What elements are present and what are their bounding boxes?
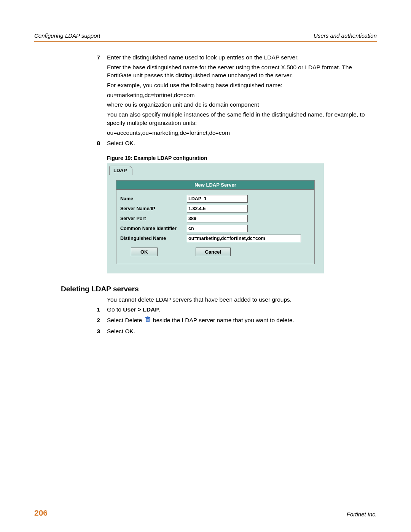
step7-p2: Enter the base distinguished name for th… (107, 63, 377, 80)
step7-p3: For example, you could use the following… (107, 81, 377, 89)
input-dn[interactable] (187, 235, 301, 242)
del2-pre: Select Delete (107, 317, 144, 323)
page-number: 206 (34, 508, 48, 518)
ldap-form-box: New LDAP Server Name Server Name/IP Serv… (116, 180, 315, 264)
del1-bold: User > LDAP (123, 306, 159, 313)
step-body: Select OK. (107, 327, 377, 337)
del2-post: beside the LDAP server name that you wan… (153, 317, 294, 323)
input-name[interactable] (187, 195, 248, 203)
input-port[interactable] (187, 215, 248, 222)
svg-rect-3 (148, 319, 148, 321)
header-left: Configuring LDAP support (34, 32, 100, 39)
step-body: Enter the distinguished name used to loo… (107, 53, 377, 138)
step7-p6: You can also specify multiple instances … (107, 110, 377, 127)
deleting-intro: You cannot delete LDAP servers that have… (107, 296, 377, 303)
delete-step-2: 2 Select Delete beside t (93, 316, 377, 327)
page-footer: 206 Fortinet Inc. (34, 506, 377, 518)
ldap-tab[interactable]: LDAP (109, 166, 132, 175)
ldap-form-title: New LDAP Server (116, 181, 314, 190)
ok-button[interactable]: OK (131, 248, 158, 256)
step-8: 8 Select OK. (93, 139, 377, 149)
step-number: 2 (93, 316, 107, 327)
svg-rect-1 (147, 319, 147, 321)
step-7: 7 Enter the distinguished name used to l… (93, 53, 377, 138)
label-dn: Distinguished Name (120, 236, 187, 241)
ldap-config-panel: LDAP New LDAP Server Name Server Name/IP… (107, 163, 324, 273)
figure-caption: Figure 19: Example LDAP configuration (107, 155, 377, 161)
svg-rect-4 (145, 317, 150, 318)
input-cni[interactable] (187, 225, 248, 232)
step-number: 7 (93, 53, 107, 138)
label-name: Name (120, 196, 187, 201)
step7-p1: Enter the distinguished name used to loo… (107, 53, 377, 62)
label-server: Server Name/IP (120, 206, 187, 211)
step-body: Select Delete beside the LDAP server nam… (107, 316, 377, 327)
del3-text: Select OK. (107, 327, 377, 335)
del1-pre: Go to (107, 306, 123, 313)
step7-p4: ou=marketing,dc=fortinet,dc=com (107, 91, 377, 99)
step-number: 3 (93, 327, 107, 337)
footer-company: Fortinet Inc. (347, 511, 377, 518)
svg-rect-5 (147, 316, 148, 317)
step-number: 1 (93, 305, 107, 315)
delete-step-1: 1 Go to User > LDAP. (93, 305, 377, 315)
cancel-button[interactable]: Cancel (196, 248, 231, 256)
del1-post: . (159, 306, 161, 313)
header-right: Users and authentication (314, 32, 377, 39)
step-body: Go to User > LDAP. (107, 305, 377, 315)
svg-rect-2 (147, 319, 148, 321)
input-server[interactable] (187, 205, 248, 212)
delete-step-3: 3 Select OK. (93, 327, 377, 337)
trash-icon (145, 316, 151, 325)
step-body: Select OK. (107, 139, 377, 149)
label-port: Server Port (120, 216, 187, 221)
step8-p1: Select OK. (107, 139, 377, 147)
label-cni: Common Name Identifier (120, 226, 187, 231)
step-number: 8 (93, 139, 107, 149)
step7-p7: ou=accounts,ou=marketing,dc=fortinet,dc=… (107, 129, 377, 137)
page-header: Configuring LDAP support Users and authe… (34, 32, 377, 42)
step7-p5: where ou is organization unit and dc is … (107, 101, 377, 109)
deleting-heading: Deleting LDAP servers (61, 285, 377, 293)
